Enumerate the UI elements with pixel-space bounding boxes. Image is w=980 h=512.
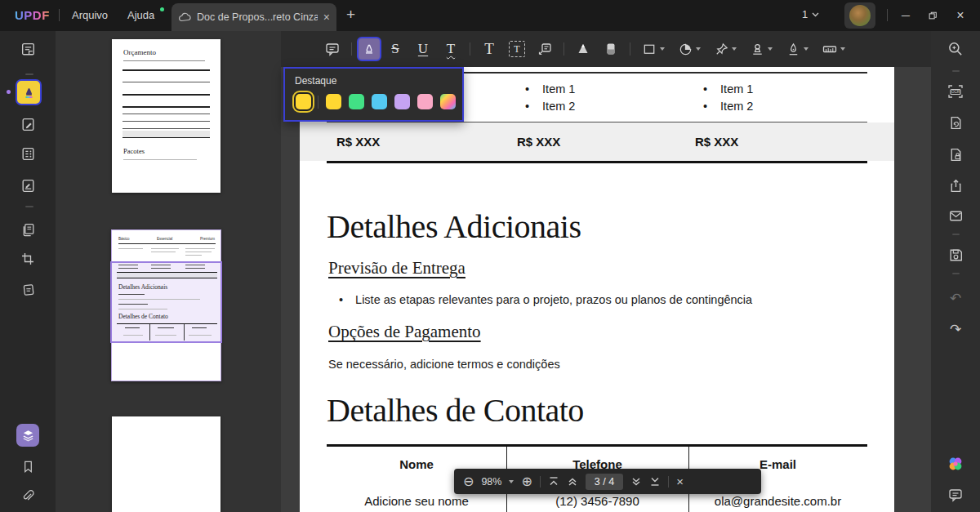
shape-rectangle-tool-button[interactable] (635, 36, 671, 62)
color-swatch-pink[interactable] (417, 94, 433, 109)
account-button[interactable] (844, 2, 875, 29)
attachment-button[interactable] (17, 486, 38, 507)
zoom-dropdown-arrow-icon[interactable] (509, 480, 514, 483)
rail-separator (952, 273, 960, 274)
table-border (327, 161, 867, 163)
tab-close-icon[interactable]: × (323, 11, 330, 23)
pdf-page[interactable]: •Item 1 •Item 2 •Item 1 •Item 2 R$ XXX R… (300, 67, 894, 512)
previous-page-button[interactable] (567, 476, 578, 488)
color-swatch-blue[interactable] (372, 94, 387, 109)
dropdown-arrow-icon (840, 47, 845, 51)
comment-mode-button-active[interactable] (16, 79, 42, 105)
layers-icon (20, 428, 36, 443)
separator (668, 476, 669, 488)
email-button[interactable] (946, 206, 965, 225)
compare-pages-button[interactable] (17, 219, 38, 240)
undo-button[interactable]: ↶ (946, 288, 965, 308)
rectangle-icon (642, 42, 657, 57)
pin-tool-button[interactable] (707, 36, 743, 62)
share-button[interactable] (946, 176, 965, 195)
eraser-icon (603, 41, 619, 57)
first-page-button[interactable] (548, 476, 559, 487)
dropdown-arrow-icon (696, 47, 701, 51)
next-page-button[interactable] (630, 476, 642, 488)
doc-count: 1 (802, 8, 808, 20)
highlight-tool-button-active[interactable] (357, 37, 381, 61)
titlebar-divider (887, 9, 888, 21)
textbox-frame: T (509, 41, 525, 57)
fill-sign-icon (20, 177, 37, 194)
ai-assistant-button[interactable] (946, 454, 965, 474)
squiggly-tool-button[interactable]: T (437, 36, 465, 62)
tab-title: Doc de Propos...reto Cinza(1) (197, 11, 318, 23)
save-button[interactable] (946, 245, 965, 265)
slideshow-button[interactable] (17, 278, 38, 300)
svg-text:OCR: OCR (951, 90, 960, 94)
reader-mode-button[interactable] (17, 38, 38, 60)
custom-color-swatch[interactable] (440, 94, 456, 109)
document-viewport: •Item 1 •Item 2 •Item 1 •Item 2 R$ XXX R… (281, 67, 931, 512)
comments-panel-button[interactable] (946, 485, 965, 505)
layers-button-active[interactable] (16, 424, 39, 447)
pencil-tool-button[interactable] (569, 36, 597, 62)
highlight-color-popup: Destaque (283, 67, 464, 122)
menu-arquivo[interactable]: Arquivo (72, 9, 108, 21)
zoom-out-button[interactable]: ⊖ (463, 475, 474, 488)
page-indicator[interactable]: 3 / 4 (586, 474, 623, 490)
restore-button[interactable] (921, 7, 944, 24)
bookmark-button[interactable] (17, 456, 38, 477)
strikethrough-tool-button[interactable]: S (381, 36, 409, 62)
text-comment-tool-button[interactable]: T (475, 36, 503, 62)
convert-button[interactable] (946, 113, 965, 132)
color-swatch-green[interactable] (349, 94, 364, 109)
search-button[interactable] (946, 39, 965, 59)
popup-title: Destaque (295, 75, 336, 87)
zoom-in-button[interactable]: ⊕ (521, 475, 532, 488)
highlighter-icon (21, 85, 37, 100)
organize-pages-button[interactable] (17, 143, 38, 164)
stamp-tool-button[interactable] (743, 36, 779, 62)
toolbar-separator (351, 42, 352, 56)
last-page-button[interactable] (649, 476, 661, 487)
document-tab[interactable]: Doc de Propos...reto Cinza(1) × (172, 3, 336, 31)
price-row: R$ XXX R$ XXX R$ XXX (300, 122, 894, 161)
sticker-tool-button[interactable] (671, 36, 707, 62)
selected-color-swatch[interactable] (296, 94, 311, 109)
share-icon (947, 177, 964, 194)
titlebar: UPDF Arquivo Ajuda Doc de Propos...reto … (0, 0, 980, 31)
edit-pdf-button[interactable] (17, 114, 38, 135)
table-border (327, 444, 867, 447)
crop-button[interactable] (17, 248, 38, 269)
comment-tool-button[interactable] (318, 36, 346, 62)
thumbnail-page-3-selected[interactable]: Básico Essencial Premium Detalhes Adicio… (111, 229, 221, 381)
callout-tool-button[interactable] (531, 36, 559, 62)
measure-tool-button[interactable] (815, 36, 851, 62)
titlebar-divider (59, 9, 60, 21)
minimize-button[interactable]: ─ (894, 7, 917, 24)
search-icon (947, 40, 964, 58)
ajuda-notification-dot (160, 7, 164, 11)
zoom-level[interactable]: 98% (481, 476, 501, 488)
color-swatch-purple[interactable] (394, 94, 410, 109)
new-tab-button[interactable]: + (346, 6, 355, 24)
contact-value: ola@grandesite.com.br (688, 494, 867, 508)
fill-sign-button[interactable] (17, 175, 38, 196)
thumbnail-page-4[interactable] (112, 416, 220, 512)
underline-tool-button[interactable]: U (409, 36, 437, 62)
close-toolbar-button[interactable]: × (676, 475, 684, 488)
ocr-button[interactable]: OCR (946, 82, 965, 101)
items-list-col1: •Item 1 •Item 2 (525, 80, 575, 114)
dropdown-arrow-icon (768, 47, 773, 51)
eraser-tool-button[interactable] (597, 36, 625, 62)
signature-tool-button[interactable] (779, 36, 815, 62)
redo-button[interactable]: ↷ (946, 319, 965, 339)
protect-button[interactable] (946, 145, 965, 164)
close-window-button[interactable]: × (949, 7, 972, 24)
textbox-tool-button[interactable]: T (503, 36, 531, 62)
open-docs-dropdown[interactable]: 1 (802, 8, 819, 20)
dropdown-arrow-icon (732, 47, 737, 51)
thumbnail-page-2[interactable]: Orçamento Pacotes (112, 39, 220, 193)
menu-ajuda[interactable]: Ajuda (127, 9, 154, 21)
color-swatch-yellow[interactable] (326, 94, 341, 109)
contact-value: Adicione seu nome (327, 494, 506, 508)
